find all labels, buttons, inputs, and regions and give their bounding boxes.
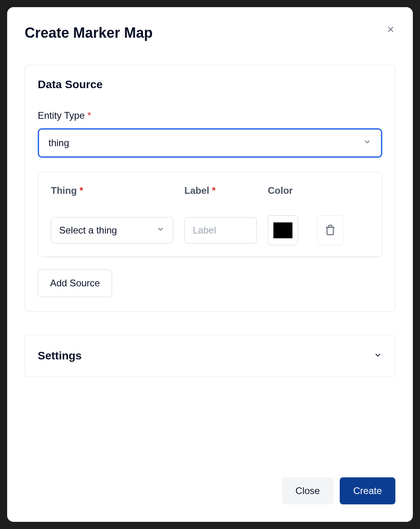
chevron-down-icon (363, 137, 372, 149)
delete-row-button[interactable] (317, 215, 343, 245)
chevron-down-icon (374, 351, 382, 361)
entity-type-value: thing (48, 137, 69, 149)
entity-type-field: Entity Type * thing (38, 110, 382, 158)
settings-section[interactable]: Settings (25, 335, 395, 377)
source-row: Select a thing (45, 215, 382, 257)
add-source-button[interactable]: Add Source (38, 269, 112, 297)
thing-select-placeholder: Select a thing (59, 225, 117, 236)
close-icon-button[interactable] (384, 23, 397, 37)
required-asterisk: * (212, 185, 215, 196)
modal-footer: Close Create (25, 477, 395, 504)
create-button[interactable]: Create (340, 477, 395, 504)
close-button[interactable]: Close (282, 477, 333, 504)
entity-type-label-text: Entity Type (38, 110, 85, 121)
trash-icon (324, 224, 337, 237)
sources-header-row: Thing * Label * Color (51, 185, 369, 196)
sources-card: Thing * Label * Color (38, 172, 382, 257)
column-header-color: Color (268, 185, 293, 196)
chevron-down-icon (156, 225, 165, 236)
entity-type-label: Entity Type * (38, 110, 382, 121)
settings-heading: Settings (38, 349, 81, 362)
thing-select[interactable]: Select a thing (51, 217, 173, 243)
column-header-label: Label * (184, 185, 216, 196)
entity-type-select[interactable]: thing (38, 128, 382, 158)
modal-title: Create Marker Map (25, 25, 153, 41)
required-asterisk: * (87, 110, 91, 121)
color-picker[interactable] (268, 215, 298, 245)
column-header-label-text: Label (184, 185, 209, 196)
data-source-heading: Data Source (38, 78, 382, 91)
modal-header: Create Marker Map (25, 25, 395, 41)
close-icon (386, 29, 395, 35)
column-header-thing-text: Thing (51, 185, 77, 196)
color-swatch (273, 222, 292, 238)
label-input[interactable] (184, 217, 257, 243)
required-asterisk: * (79, 185, 83, 196)
data-source-section: Data Source Entity Type * thing Thing * (25, 65, 395, 312)
column-header-thing: Thing * (51, 185, 83, 196)
create-marker-map-modal: Create Marker Map Data Source Entity Typ… (7, 7, 413, 522)
